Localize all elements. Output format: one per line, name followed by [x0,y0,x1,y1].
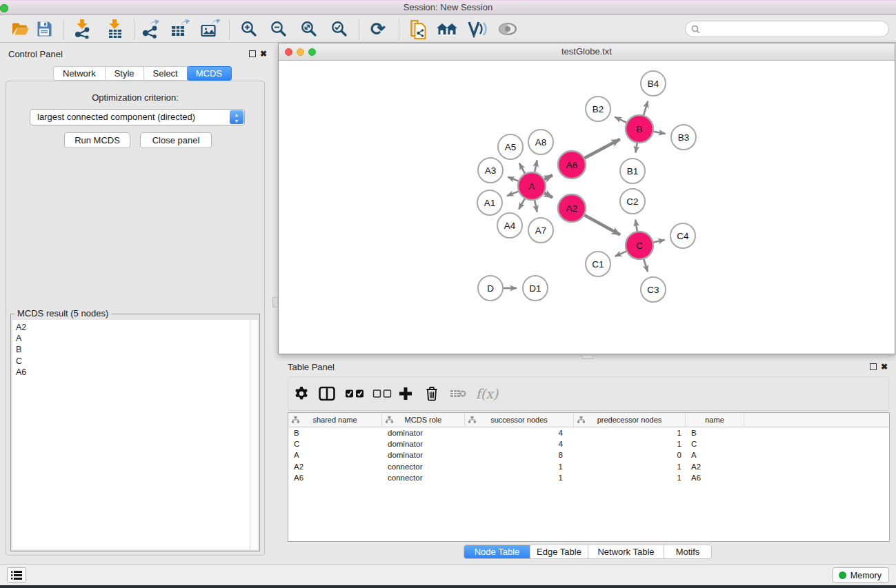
mcds-result-list[interactable]: A2ABCA6 [12,320,250,549]
network-close-button[interactable] [285,48,292,56]
table-cell[interactable]: connector [382,472,465,483]
node-B2[interactable]: B2 [586,97,610,121]
node-B3[interactable]: B3 [671,125,696,150]
node-C[interactable]: C [626,232,653,259]
mcds-result-item[interactable]: B [16,344,250,355]
table-cell[interactable]: C [686,438,744,449]
show-panel-list-button[interactable] [7,567,26,582]
panel-splitter-grip[interactable] [582,355,593,359]
node-A6[interactable]: A6 [558,151,586,179]
node-A7[interactable]: A7 [528,218,553,243]
function-builder-icon[interactable]: f(x) [476,386,499,401]
node-D1[interactable]: D1 [523,276,548,301]
table-cell[interactable]: dominator [382,438,465,449]
table-cell[interactable]: 1 [574,472,686,483]
cybrowser-home-icon[interactable] [436,21,458,37]
import-table-icon[interactable] [106,19,124,39]
node-A1[interactable]: A1 [477,190,502,215]
control-panel-close-icon[interactable]: ✖ [260,50,267,57]
deselect-all-icon[interactable] [373,389,392,398]
table-cell[interactable]: 4 [465,427,574,438]
table-cell[interactable]: 1 [465,461,574,472]
node-B1[interactable]: B1 [620,159,645,183]
refresh-layout-icon[interactable]: ⟳ [370,20,386,38]
table-cell[interactable]: A [288,449,382,460]
clone-network-icon[interactable] [410,19,428,39]
network-canvas[interactable]: AA1A2A3A4A5A6A7A8BB1B2B3B4CC1C2C3C4DD1 [279,61,895,354]
table-cell[interactable]: 1 [574,438,686,449]
table-cell[interactable]: A [686,449,744,460]
tab-edge-table[interactable]: Edge Table [530,545,588,558]
panel-splitter-grip[interactable] [272,297,278,307]
column-header-shared-name[interactable]: shared name [288,413,382,427]
table-row[interactable]: Cdominator41C [288,438,889,449]
table-cell[interactable]: connector [382,461,465,472]
table-cell[interactable]: A6 [686,472,744,483]
edge-A6-B[interactable] [583,139,620,159]
mcds-result-item[interactable]: A6 [16,367,250,378]
zoom-selected-icon[interactable] [330,20,348,38]
node-A8[interactable]: A8 [528,130,553,154]
export-image-icon[interactable] [201,19,221,39]
edge-C-C3[interactable] [643,257,648,272]
table-cell[interactable]: A2 [288,461,382,472]
node-A[interactable]: A [518,172,546,200]
zoom-in-icon[interactable] [240,20,258,38]
table-cell[interactable]: B [288,427,382,438]
table-row[interactable]: Adominator80A [288,449,889,460]
tab-motifs[interactable]: Motifs [664,545,711,558]
zoom-out-icon[interactable] [270,20,288,38]
table-cell[interactable]: 1 [574,461,686,472]
search-input[interactable] [700,24,888,34]
table-cell[interactable]: 1 [465,472,574,483]
table-cell[interactable]: C [288,438,382,449]
criterion-dropdown[interactable]: largest connected component (directed) ▲… [30,109,245,125]
select-all-icon[interactable] [346,389,364,398]
node-A2[interactable]: A2 [558,194,586,222]
edge-B-B4[interactable] [643,101,648,117]
memory-button[interactable]: Memory [833,567,889,583]
table-row[interactable]: A6connector11A6 [288,472,889,483]
close-panel-button[interactable]: Close panel [140,132,212,148]
node-C4[interactable]: C4 [670,223,695,248]
control-panel-float-icon[interactable] [249,50,256,57]
table-row[interactable]: A2connector11A2 [288,461,889,472]
tab-select[interactable]: Select [144,66,188,81]
tab-node-table[interactable]: Node Table [464,545,530,558]
open-session-icon[interactable] [12,21,30,37]
export-network-icon[interactable] [141,19,160,39]
table-settings-icon[interactable] [294,386,309,401]
table-cell[interactable]: 0 [574,449,686,460]
tab-mcds[interactable]: MCDS [187,66,232,81]
tab-network[interactable]: Network [53,66,106,81]
table-cell[interactable]: 8 [465,449,574,460]
edge-A2-C[interactable] [583,214,620,235]
table-cell[interactable]: A6 [288,472,382,483]
tab-style[interactable]: Style [106,66,144,81]
column-header-name[interactable]: name [686,413,744,427]
zoom-window-button[interactable] [0,4,8,12]
mcds-result-item[interactable]: A2 [16,322,250,333]
table-cell[interactable]: 4 [465,438,574,449]
table-cell[interactable]: dominator [382,449,465,460]
add-column-icon[interactable] [399,387,412,401]
search-field[interactable] [685,21,889,37]
mcds-result-item[interactable]: A [16,333,250,344]
network-minimize-button[interactable] [297,48,304,56]
export-table-icon[interactable] [170,19,190,39]
node-A5[interactable]: A5 [498,134,523,159]
vizmapper-icon[interactable] [466,20,487,38]
show-graphics-details-icon[interactable] [498,22,517,36]
node-C2[interactable]: C2 [620,189,645,214]
table-row[interactable]: Bdominator41B [288,427,889,438]
node-A4[interactable]: A4 [497,213,522,238]
split-panel-icon[interactable] [319,387,335,401]
node-B4[interactable]: B4 [641,71,666,96]
zoom-fit-icon[interactable] [300,20,318,38]
tab-network-table[interactable]: Network Table [588,545,664,558]
node-B[interactable]: B [626,115,653,143]
column-header-mcds-role[interactable]: MCDS role [382,413,465,427]
network-zoom-button[interactable] [308,48,316,56]
node-D[interactable]: D [478,276,503,301]
table-cell[interactable]: A2 [686,461,744,472]
